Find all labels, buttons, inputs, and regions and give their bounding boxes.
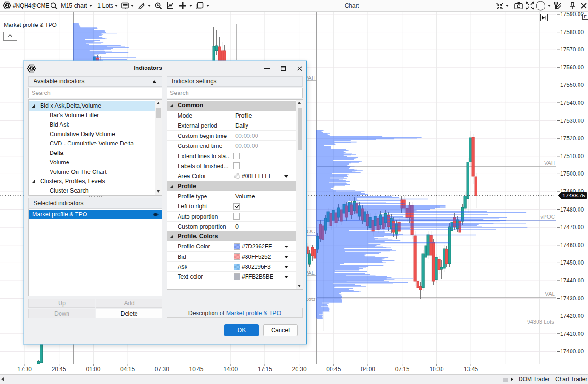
svg-text:VAH: VAH: [544, 160, 555, 166]
svg-text:13:45: 13:45: [464, 366, 478, 373]
svg-text:vPOC: vPOC: [540, 214, 555, 220]
svg-text:17510.00: 17510.00: [560, 153, 584, 160]
svg-text:14:00: 14:00: [223, 366, 238, 373]
svg-text:17470.00: 17470.00: [560, 224, 584, 230]
svg-text:10:45: 10:45: [189, 366, 203, 373]
svg-text:17400.00: 17400.00: [560, 348, 584, 355]
svg-text:01:00: 01:00: [86, 366, 100, 373]
svg-text:10:30: 10:30: [429, 366, 443, 373]
svg-text:17:15: 17:15: [258, 366, 272, 373]
svg-text:07:30: 07:30: [155, 366, 169, 373]
svg-text:17570.00: 17570.00: [560, 46, 584, 53]
svg-text:20:45: 20:45: [52, 366, 66, 373]
svg-text:04:15: 04:15: [120, 366, 135, 373]
svg-text:VAL: VAL: [545, 291, 555, 297]
svg-text:17550.00: 17550.00: [560, 82, 584, 88]
svg-text:17480.00: 17480.00: [560, 206, 584, 213]
svg-text:17420.00: 17420.00: [560, 313, 584, 319]
svg-text:17580.00: 17580.00: [560, 29, 584, 35]
svg-text:20:30: 20:30: [292, 366, 307, 373]
svg-text:17530.00: 17530.00: [560, 118, 584, 124]
svg-text:17560.00: 17560.00: [560, 64, 584, 71]
svg-text:00:45: 00:45: [326, 366, 341, 373]
svg-text:17430.00: 17430.00: [560, 295, 584, 302]
svg-text:17540.00: 17540.00: [560, 100, 584, 106]
svg-text:04:00: 04:00: [361, 366, 375, 373]
svg-text:17410.00: 17410.00: [560, 331, 584, 337]
svg-text:17:30: 17:30: [17, 366, 32, 373]
svg-text:17500.00: 17500.00: [560, 171, 584, 177]
svg-text:17590.00: 17590.00: [560, 11, 584, 17]
svg-text:07:15: 07:15: [395, 366, 409, 373]
svg-text:17440.00: 17440.00: [560, 277, 584, 284]
svg-text:17520.00: 17520.00: [560, 135, 584, 142]
svg-text:17488.75: 17488.75: [562, 193, 585, 198]
svg-text:17460.00: 17460.00: [560, 242, 584, 248]
svg-text:17450.00: 17450.00: [560, 259, 584, 266]
svg-text:94303 Lots: 94303 Lots: [527, 319, 554, 324]
